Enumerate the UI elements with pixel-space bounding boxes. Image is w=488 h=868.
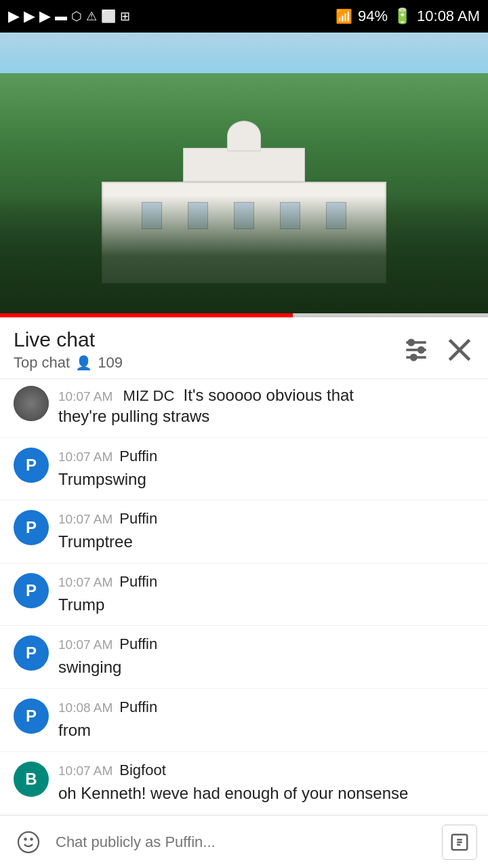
chat-time: 10:07 AM <box>58 764 113 778</box>
avatar <box>14 386 49 421</box>
svg-point-5 <box>411 355 416 359</box>
chat-message-partial: 10:07 AM MIZ DC It's sooooo obvious that… <box>0 379 488 438</box>
close-icon <box>445 335 474 365</box>
battery-label: 94% <box>358 7 388 25</box>
grid-icon: ⊞ <box>120 9 130 24</box>
chat-content: 10:07 AM Puffin swinging <box>58 635 474 679</box>
chat-meta: 10:07 AM Puffin <box>58 510 474 528</box>
chat-time: 10:07 AM <box>58 575 113 590</box>
chat-text: Trumpswing <box>58 468 474 491</box>
status-icons-left: ▶ ▶ ▶ ▬ ⬡ ⚠ ⬜ ⊞ <box>8 7 130 25</box>
live-chat-panel: Live chat Top chat 👤 109 <box>0 317 488 868</box>
avatar: P <box>14 510 49 545</box>
chat-content-partial: 10:07 AM MIZ DC It's sooooo obvious that… <box>58 386 474 428</box>
image-icon: ⬜ <box>101 9 116 24</box>
avatar: B <box>14 762 49 797</box>
video-progress-fill <box>0 313 293 317</box>
battery-icon: 🔋 <box>393 7 411 25</box>
top-chat-label[interactable]: Top chat <box>14 354 70 372</box>
avatar: P <box>14 573 49 608</box>
chat-username: Puffin <box>119 448 157 465</box>
live-chat-subtitle: Top chat 👤 109 <box>14 354 123 372</box>
app-icon1: ⬡ <box>71 9 82 24</box>
chat-content: 10:07 AM Puffin Trumptree <box>58 510 474 553</box>
avatar: P <box>14 698 49 734</box>
list-item: P 10:07 AM Puffin Trump <box>0 564 488 627</box>
chat-text-partial-2: they're pulling straws <box>58 405 474 428</box>
svg-point-4 <box>419 347 424 352</box>
chat-content: 10:07 AM Bigfoot oh Kenneth! weve had en… <box>58 762 474 805</box>
chat-time-partial: 10:07 AM <box>58 389 113 403</box>
chat-meta: 10:07 AM Bigfoot <box>58 762 474 779</box>
chat-text: swinging <box>58 656 474 679</box>
youtube-icon2: ▶ <box>39 7 51 25</box>
wifi-icon: 📶 <box>336 8 352 24</box>
viewer-icon: 👤 <box>75 355 92 371</box>
chat-content: 10:07 AM Puffin Trump <box>58 573 474 616</box>
svg-point-8 <box>18 832 39 852</box>
chat-meta: 10:07 AM Puffin <box>58 448 474 465</box>
chat-text: Trumptree <box>58 530 474 553</box>
header-actions <box>401 335 474 365</box>
chat-username: Puffin <box>119 698 157 716</box>
live-chat-header: Live chat Top chat 👤 109 <box>0 317 488 379</box>
chat-username: Puffin <box>119 635 157 653</box>
chat-text-partial-1: It's sooooo obvious that <box>184 386 354 404</box>
chat-text: Trump <box>58 593 474 616</box>
svg-point-3 <box>409 340 413 344</box>
chat-text: oh Kenneth! weve had enough of your nons… <box>58 782 474 805</box>
chat-username: Puffin <box>119 510 157 528</box>
chat-content: 10:08 AM Puffin from <box>58 698 474 742</box>
list-item: P 10:08 AM Puffin from <box>0 689 488 752</box>
chat-time: 10:07 AM <box>58 512 113 527</box>
live-chat-title-section: Live chat Top chat 👤 109 <box>14 328 123 372</box>
send-button[interactable] <box>442 825 477 860</box>
chat-content: 10:07 AM Puffin Trumpswing <box>58 448 474 491</box>
file-icon: ▬ <box>55 9 67 24</box>
chat-time: 10:07 AM <box>58 637 113 652</box>
status-icons-right: 📶 94% 🔋 10:08 AM <box>336 7 480 25</box>
chat-text: from <box>58 719 474 742</box>
youtube-icon: ▶ <box>24 7 35 25</box>
close-button[interactable] <box>445 335 474 365</box>
chat-meta: 10:08 AM Puffin <box>58 698 474 716</box>
emoji-button[interactable] <box>11 825 46 860</box>
filter-button[interactable] <box>401 335 431 365</box>
filter-icon <box>401 335 431 365</box>
time-label: 10:08 AM <box>417 7 480 25</box>
emoji-icon <box>16 830 41 854</box>
chat-input[interactable] <box>56 825 432 860</box>
chat-meta: 10:07 AM Puffin <box>58 573 474 591</box>
video-progress-bar[interactable] <box>0 313 488 317</box>
chat-username: Puffin <box>119 573 157 591</box>
video-player[interactable] <box>0 33 488 317</box>
list-item: P 10:07 AM Puffin Trumpswing <box>0 438 488 501</box>
chat-meta: 10:07 AM Puffin <box>58 635 474 653</box>
send-icon <box>449 832 470 852</box>
avatar: P <box>14 448 49 483</box>
viewer-count: 109 <box>98 354 123 372</box>
list-item: P 10:07 AM Puffin Trumptree <box>0 500 488 564</box>
status-bar: ▶ ▶ ▶ ▬ ⬡ ⚠ ⬜ ⊞ 📶 94% 🔋 10:08 AM <box>0 0 488 33</box>
avatar: P <box>14 635 49 671</box>
live-chat-title: Live chat <box>14 328 123 351</box>
chat-time: 10:07 AM <box>58 450 113 465</box>
list-item: B 10:07 AM Bigfoot oh Kenneth! weve had … <box>0 752 488 815</box>
play-icon: ▶ <box>8 7 20 25</box>
chat-username-partial: MIZ DC <box>123 387 175 404</box>
warning-icon: ⚠ <box>86 9 97 24</box>
chat-input-area <box>0 815 488 868</box>
list-item: P 10:07 AM Puffin swinging <box>0 626 488 689</box>
chat-username: Bigfoot <box>119 762 166 779</box>
chat-messages-list: 10:07 AM MIZ DC It's sooooo obvious that… <box>0 379 488 868</box>
chat-time: 10:08 AM <box>58 701 113 715</box>
